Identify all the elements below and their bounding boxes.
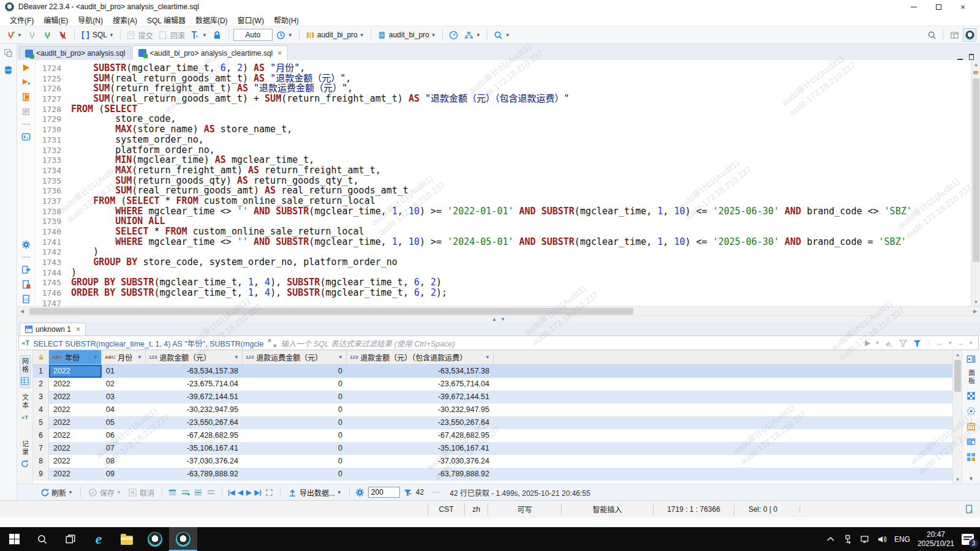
open-perspective-icon[interactable] (949, 30, 959, 40)
explain-plan-icon[interactable] (21, 107, 31, 116)
filter-settings-icon[interactable] (898, 338, 908, 348)
row-number[interactable]: 2 (33, 378, 49, 391)
grid-cell[interactable]: 04 (102, 403, 146, 416)
editor-tab[interactable]: <audit_bi_pro> analysis_cleartime.sql× (132, 45, 288, 60)
grid-cell[interactable]: 0 (243, 378, 347, 391)
code-line[interactable]: 1724 SUBSTR(mgclear_time_t, 6, 2) AS "月份… (36, 63, 971, 73)
start-button[interactable] (0, 527, 28, 551)
grid-cell[interactable]: 2022 (49, 455, 102, 468)
taskbar-clock[interactable]: 20:47 2025/10/21 (918, 530, 954, 549)
rollback-button[interactable]: 回滚 (157, 29, 187, 42)
grid-cell[interactable]: 0 (243, 442, 347, 455)
row-number[interactable]: 3 (33, 391, 49, 403)
menu-item[interactable]: 搜索(A) (108, 13, 142, 26)
row-number[interactable]: 1 (33, 365, 49, 378)
row-number[interactable]: 5 (33, 416, 49, 429)
table-row[interactable]: 1202201-63,534,157.380-63,534,157.38 (33, 365, 952, 378)
execute-statement-icon[interactable] (21, 62, 31, 72)
disconnect-button[interactable] (26, 29, 39, 41)
history-forward-icon[interactable]: → (957, 339, 964, 347)
previous-row-icon[interactable]: ◀ (238, 489, 243, 497)
grid-cell[interactable]: -37,030,376.24 (146, 455, 243, 468)
panel-more-icon[interactable]: ▼ (968, 476, 974, 482)
chevron-down-icon[interactable]: ▼ (948, 340, 952, 346)
database-selector[interactable]: audit_bi_pro ▼ (375, 29, 438, 41)
column-header[interactable]: 123退款金额（元）（包含退款运费）▼ (347, 350, 494, 364)
save-button[interactable]: 保存▼ (86, 486, 123, 499)
table-row[interactable]: 6202206-67,428,682.950-67,428,682.95 (33, 429, 952, 442)
code-line[interactable]: 1747 (36, 298, 971, 306)
notifications-doc-icon[interactable] (964, 504, 974, 514)
code-line[interactable]: 1727 SUM(real_return_goods_amt_t) + SUM(… (36, 94, 971, 104)
network-tray-icon[interactable] (860, 534, 870, 544)
scroll-down-icon[interactable]: ▼ (971, 298, 980, 306)
grid-cell[interactable]: 2022 (49, 442, 102, 455)
scroll-right-icon[interactable]: ▶ (970, 309, 980, 314)
column-dropdown-icon[interactable]: ▼ (93, 354, 98, 360)
column-dropdown-icon[interactable]: ▼ (338, 354, 343, 360)
code-line[interactable]: 1730 MAX(store_name) AS store_name_t, (36, 124, 971, 135)
connect-button[interactable]: ▼ (4, 29, 24, 41)
filter-placeholder[interactable]: 输入一个 SQL 表达式来过滤结果 (使用 Ctrl+Space) (281, 337, 454, 349)
menu-item[interactable]: 文件(F) (5, 13, 39, 26)
value-viewer-icon[interactable] (967, 391, 976, 400)
code-line[interactable]: 1742 ) (36, 247, 971, 257)
collapse-down-icon[interactable]: ▼ (500, 317, 505, 322)
code-line[interactable]: 1735 SUM(return_goods_qty) AS return_goo… (36, 176, 971, 186)
erase-filter-icon[interactable] (884, 338, 894, 348)
task-view-icon[interactable] (56, 527, 85, 551)
sidebar-item-record-view-icon[interactable]: 记录 (20, 438, 30, 470)
quick-search-icon[interactable] (927, 30, 937, 40)
code-line[interactable]: 1743 GROUP BY store_code, system_order_n… (36, 257, 971, 268)
code-line[interactable]: 1746ORDER BY SUBSTR(mgclear_time_t, 1, 4… (36, 288, 971, 298)
grid-cell[interactable]: -23,675,714.04 (146, 378, 243, 391)
grid-cell[interactable]: 0 (243, 391, 347, 403)
grid-cell[interactable]: 2022 (49, 391, 102, 403)
fetch-page-icon[interactable] (265, 487, 274, 497)
grid-cell[interactable]: -63,789,888.92 (347, 468, 494, 481)
table-row[interactable]: 8202208-37,030,376.240-37,030,376.24 (33, 455, 952, 468)
file-word-wrap-icon[interactable]: (ω) (21, 294, 31, 304)
restore-panel-icon[interactable] (4, 48, 13, 58)
column-dropdown-icon[interactable]: ▼ (137, 354, 142, 360)
table-row[interactable]: 3202203-39,672,144.510-39,672,144.51 (33, 391, 952, 403)
tx-log-button[interactable]: ▼ (274, 29, 295, 41)
code-line[interactable]: 1728FROM (SELECT (36, 104, 971, 114)
reconnect-button[interactable] (41, 29, 55, 41)
grid-cell[interactable]: 2022 (49, 403, 102, 416)
table-row[interactable]: 9202209-63,789,888.920-63,789,888.92 (33, 468, 952, 481)
sql-editor-button[interactable]: SQL ▼ (79, 29, 116, 41)
grid-vertical-scrollbar[interactable]: ▲ ▼ (952, 350, 962, 484)
row-number[interactable]: 6 (33, 429, 49, 442)
execute-script-icon[interactable] (21, 92, 31, 102)
grid-cell[interactable]: -63,789,888.92 (146, 468, 243, 481)
grid-cell[interactable]: -23,550,267.64 (146, 416, 243, 429)
row-number[interactable]: 7 (33, 442, 49, 455)
action-center-icon[interactable]: 3 (962, 534, 974, 545)
export-result-icon[interactable] (21, 264, 31, 274)
expand-filter-icon[interactable] (267, 338, 277, 348)
dbeaver-taskbar-icon-active[interactable] (169, 527, 197, 551)
grid-cell[interactable]: 05 (102, 416, 146, 429)
grid-cell[interactable]: 2022 (49, 416, 102, 429)
execute-new-tab-icon[interactable] (21, 77, 31, 87)
row-number[interactable]: 9 (33, 468, 49, 481)
grid-settings-gear-icon[interactable] (355, 487, 365, 497)
next-row-icon[interactable]: ▶ (246, 489, 251, 497)
table-row[interactable]: 2202202-23,675,714.040-23,675,714.04 (33, 378, 952, 391)
grid-cell[interactable]: -23,675,714.04 (347, 378, 494, 391)
grid-cell[interactable]: -30,232,947.95 (146, 403, 243, 416)
column-header[interactable]: ABC月份▼ (102, 350, 146, 364)
search-button[interactable]: ▼ (492, 29, 512, 41)
column-header[interactable]: 123退款运费金额（元）▼ (243, 350, 347, 364)
history-back-icon[interactable]: ← (936, 339, 943, 347)
row-filter-icon[interactable] (403, 487, 413, 497)
chevron-down-icon[interactable]: ▼ (968, 340, 973, 346)
code-line[interactable]: 1744) (36, 268, 971, 278)
code-line[interactable]: 1731 system_order_no, (36, 135, 971, 145)
language-indicator[interactable]: ENG (894, 535, 910, 544)
table-row[interactable]: 4202204-30,232,947.950-30,232,947.95 (33, 403, 952, 416)
calc-panel-icon[interactable] (967, 421, 976, 431)
panel-toggle-icon[interactable] (967, 354, 976, 364)
fetch-size-input[interactable] (368, 487, 400, 498)
